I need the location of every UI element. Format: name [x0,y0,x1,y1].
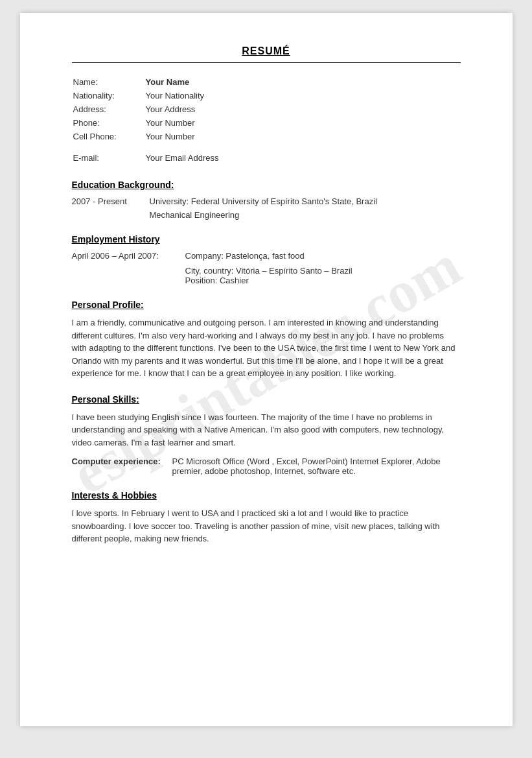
nationality-label: Nationality: [73,89,145,102]
contact-email-spacer [73,144,459,150]
education-section-title: Education Background: [72,180,461,190]
employment-entry: April 2006 – April 2007: Company: Pastel… [72,251,461,285]
contact-section: Name: Your Name Nationality: Your Nation… [72,75,461,165]
education-major: Mechanical Engineering [150,210,461,220]
contact-nationality-row: Nationality: Your Nationality [73,89,459,102]
employment-details: Company: Pastelonça, fast food City, cou… [185,251,461,285]
hobbies-text: I love sports. In February I went to USA… [72,507,461,545]
skills-text: I have been studying English since I was… [72,411,461,449]
hobbies-section-title: Interests & Hobbies [72,490,461,501]
name-label: Name: [73,76,145,88]
computer-value: PC Microsoft Office (Word , Excel, Power… [172,456,461,476]
contact-phone-row: Phone: Your Number [73,117,459,129]
skills-section-title: Personal Skills: [72,394,461,405]
profile-section-title: Personal Profile: [72,300,461,310]
email-label: E-mail: [73,152,145,164]
title-divider [72,62,461,63]
contact-name-row: Name: Your Name [73,76,459,88]
cellphone-label: Cell Phone: [73,130,145,143]
contact-cellphone-row: Cell Phone: Your Number [73,130,459,143]
resume-content: RESUMÉ Name: Your Name Nationality: Your… [72,45,461,545]
employment-city: City, country: Vitória – Espírito Santo … [185,266,461,276]
resume-page: eslprintables.com RESUMÉ Name: Your Name… [20,13,513,726]
phone-label: Phone: [73,117,145,129]
email-value: Your Email Address [146,152,459,164]
resume-title: RESUMÉ [72,45,461,57]
name-value: Your Name [146,76,459,88]
education-date: 2007 - Present [72,196,150,220]
address-label: Address: [73,103,145,115]
employment-date: April 2006 – April 2007: [72,251,185,285]
address-value: Your Address [146,103,459,115]
computer-label: Computer experience: [72,456,172,476]
employment-company: Company: Pastelonça, fast food [185,251,305,261]
employment-section-title: Employment History [72,234,461,244]
contact-address-row: Address: Your Address [73,103,459,115]
nationality-value: Your Nationality [146,89,459,102]
profile-text: I am a friendly, communicative and outgo… [72,316,461,380]
education-institution: University: Federal University of Espíri… [150,196,377,206]
computer-experience-row: Computer experience: PC Microsoft Office… [72,456,461,476]
contact-email-row: E-mail: Your Email Address [73,152,459,164]
employment-position: Position: Cashier [185,276,461,285]
education-details: University: Federal University of Espíri… [150,196,461,220]
cellphone-value: Your Number [146,130,459,143]
education-entry: 2007 - Present University: Federal Unive… [72,196,461,220]
phone-value: Your Number [146,117,459,129]
